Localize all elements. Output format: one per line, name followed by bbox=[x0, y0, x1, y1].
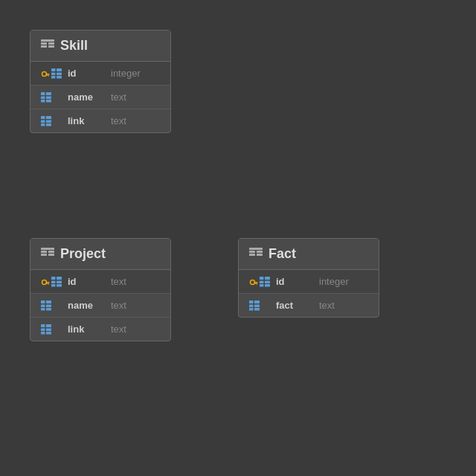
svg-rect-71 bbox=[249, 304, 254, 307]
svg-rect-9 bbox=[51, 68, 56, 71]
table-title: Fact bbox=[268, 246, 296, 262]
field-type: text bbox=[111, 276, 126, 287]
svg-rect-22 bbox=[46, 116, 51, 119]
table-grid-icon bbox=[41, 39, 54, 53]
svg-rect-55 bbox=[249, 251, 255, 253]
row-icons bbox=[41, 324, 62, 335]
table-title: Project bbox=[60, 246, 106, 262]
svg-rect-45 bbox=[46, 304, 51, 307]
table-header-project-table: Project bbox=[30, 239, 170, 270]
primary-key-icon bbox=[249, 277, 258, 286]
table-header-fact-table: Fact bbox=[239, 239, 379, 270]
table-card-fact-table: Fact idinteger facttext bbox=[238, 238, 379, 318]
svg-rect-25 bbox=[41, 123, 45, 126]
svg-rect-40 bbox=[51, 284, 56, 287]
svg-rect-42 bbox=[41, 300, 45, 303]
svg-rect-37 bbox=[57, 277, 62, 280]
svg-rect-57 bbox=[249, 254, 255, 256]
primary-key-icon bbox=[41, 277, 50, 286]
svg-rect-69 bbox=[249, 300, 254, 303]
svg-rect-15 bbox=[41, 92, 45, 95]
svg-rect-21 bbox=[41, 116, 45, 119]
table-row-link: linktext bbox=[30, 109, 170, 132]
svg-rect-61 bbox=[257, 283, 258, 284]
svg-rect-72 bbox=[254, 304, 260, 307]
svg-rect-44 bbox=[41, 304, 45, 307]
svg-rect-65 bbox=[260, 280, 264, 283]
svg-rect-74 bbox=[254, 308, 260, 311]
table-header-skill-table: Skill bbox=[30, 30, 170, 62]
svg-rect-0 bbox=[41, 39, 54, 42]
primary-key-icon bbox=[41, 69, 50, 78]
svg-rect-18 bbox=[46, 96, 51, 99]
svg-rect-66 bbox=[265, 280, 270, 283]
column-icon bbox=[41, 300, 51, 311]
field-type: text bbox=[111, 324, 126, 335]
svg-rect-33 bbox=[46, 282, 50, 283]
row-icons bbox=[41, 300, 62, 311]
svg-rect-20 bbox=[46, 100, 51, 103]
svg-rect-17 bbox=[41, 96, 45, 99]
table-card-project-table: Project idtext nametext linkt bbox=[30, 238, 171, 341]
svg-rect-68 bbox=[265, 284, 270, 287]
svg-rect-36 bbox=[51, 277, 56, 280]
svg-rect-1 bbox=[41, 42, 47, 45]
svg-rect-23 bbox=[41, 120, 45, 123]
svg-rect-51 bbox=[46, 328, 51, 331]
svg-rect-43 bbox=[46, 300, 51, 303]
svg-rect-24 bbox=[46, 120, 51, 123]
row-icons bbox=[249, 277, 270, 287]
svg-rect-11 bbox=[51, 72, 56, 75]
row-icons bbox=[41, 277, 62, 287]
field-name: fact bbox=[276, 300, 313, 311]
svg-rect-30 bbox=[41, 254, 47, 256]
field-name: name bbox=[68, 300, 105, 311]
svg-rect-73 bbox=[249, 308, 254, 311]
row-icons bbox=[41, 116, 62, 126]
table-row-fact: facttext bbox=[239, 294, 379, 317]
svg-rect-67 bbox=[260, 284, 264, 287]
field-type: integer bbox=[319, 276, 349, 287]
table-grid-icon bbox=[249, 248, 263, 261]
field-name: name bbox=[68, 91, 105, 103]
field-type: text bbox=[319, 300, 335, 311]
svg-rect-6 bbox=[46, 74, 50, 75]
svg-rect-41 bbox=[57, 284, 62, 287]
field-type: text bbox=[111, 115, 126, 126]
table-grid-icon bbox=[41, 248, 54, 261]
svg-rect-63 bbox=[260, 277, 264, 280]
field-type: text bbox=[111, 300, 126, 311]
svg-rect-47 bbox=[46, 308, 51, 311]
field-type: text bbox=[111, 91, 126, 103]
svg-rect-35 bbox=[47, 283, 48, 284]
column-icon bbox=[51, 68, 62, 79]
column-icon bbox=[51, 277, 62, 287]
svg-rect-53 bbox=[46, 332, 51, 335]
svg-rect-56 bbox=[257, 251, 263, 253]
svg-rect-29 bbox=[48, 251, 54, 253]
svg-rect-64 bbox=[265, 277, 270, 280]
svg-rect-27 bbox=[41, 248, 54, 250]
column-icon bbox=[41, 116, 51, 126]
table-row-name: nametext bbox=[30, 86, 170, 109]
field-name: link bbox=[68, 324, 105, 335]
svg-rect-50 bbox=[41, 328, 45, 331]
svg-rect-13 bbox=[51, 76, 56, 79]
svg-rect-7 bbox=[48, 74, 50, 76]
svg-rect-38 bbox=[51, 280, 56, 283]
table-row-id: idtext bbox=[30, 270, 170, 294]
svg-rect-52 bbox=[41, 332, 45, 335]
field-name: link bbox=[68, 115, 105, 126]
svg-rect-54 bbox=[249, 248, 263, 250]
field-name: id bbox=[68, 276, 105, 287]
svg-rect-28 bbox=[41, 251, 47, 253]
field-type: integer bbox=[111, 68, 141, 79]
column-icon bbox=[249, 300, 260, 311]
row-icons bbox=[41, 68, 62, 79]
svg-rect-49 bbox=[46, 324, 51, 327]
svg-rect-19 bbox=[41, 100, 45, 103]
svg-rect-8 bbox=[47, 74, 48, 76]
svg-rect-39 bbox=[57, 280, 62, 283]
svg-rect-34 bbox=[48, 283, 50, 284]
table-row-id: idinteger bbox=[30, 62, 170, 86]
